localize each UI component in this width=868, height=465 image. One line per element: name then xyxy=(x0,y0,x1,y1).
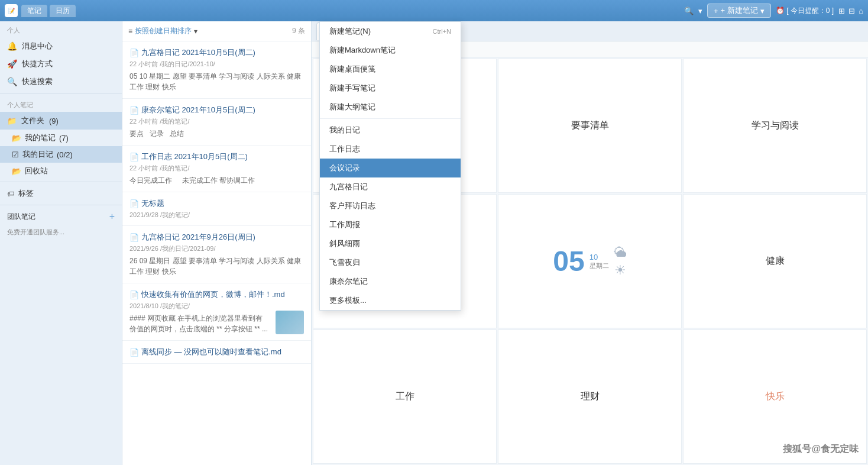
app-logo: 📝 xyxy=(5,4,18,17)
sidebar-service-text[interactable]: 免费开通团队服务... xyxy=(0,225,122,239)
note-preview-6: #### 网页收藏 在手机上的浏览器里看到有价值的网页时，点击底端的 ** 分享… xyxy=(129,313,268,334)
folder-count: (9) xyxy=(49,117,59,125)
new-note-plus-icon: + xyxy=(714,7,718,15)
work-log-label: 工作日志 xyxy=(329,144,360,154)
sort-arrow-icon[interactable]: ▾ xyxy=(194,27,197,35)
menu-item-new-note[interactable]: 新建笔记(N) Ctrl+N xyxy=(320,22,461,41)
sort-icon: ≡ xyxy=(128,27,132,35)
note-title-text-2: 康奈尔笔记 2021年10月5日(周二) xyxy=(141,105,255,115)
menu-item-work-weekly[interactable]: 工作周报 xyxy=(320,215,461,234)
team-notes-label: 团队笔记 xyxy=(7,212,35,222)
search-icon[interactable]: 🔍 xyxy=(684,7,694,15)
sort-button[interactable]: 按照创建日期排序 xyxy=(135,26,192,36)
search-sidebar-icon: 🔍 xyxy=(7,77,17,86)
menu-item-more-templates[interactable]: 更多模板... xyxy=(320,291,461,310)
grid-cell-finance[interactable]: 理财 xyxy=(498,330,682,464)
menu-item-nine-grid[interactable]: 九宫格日记 xyxy=(320,177,461,196)
menu-item-new-markdown[interactable]: 新建Markdown笔记 xyxy=(320,41,461,60)
sidebar-divider3 xyxy=(0,205,122,205)
grid-cell-date[interactable]: 05 10 星期二 🌥 ☀ xyxy=(498,194,682,328)
grid-cell-health[interactable]: 健康 xyxy=(683,194,867,328)
tag-icon: 🏷 xyxy=(7,189,15,198)
menu-item-new-desktop[interactable]: 新建桌面便笺 xyxy=(320,60,461,79)
sidebar-item-search[interactable]: 🔍 快速搜索 xyxy=(0,73,122,91)
sidebar-search-label: 快速搜索 xyxy=(22,76,53,87)
fly-snow-label: 飞雪夜归 xyxy=(329,257,360,268)
grid-icon[interactable]: ⊟ xyxy=(848,7,855,15)
sidebar-personal-notes-label: 个人笔记 xyxy=(0,96,122,112)
note-item-5[interactable]: 📄 九宫格日记 2021年9月26日(周日) 2021/9/26 /我的日记/2… xyxy=(122,226,311,283)
note-doc-icon-7: 📄 xyxy=(129,348,139,357)
menu-item-new-outline[interactable]: 新建大纲笔记 xyxy=(320,98,461,117)
grid-cell-finance-label: 理财 xyxy=(581,390,600,403)
menu-item-fly-snow[interactable]: 飞雪夜归 xyxy=(320,253,461,272)
checkbox-diary-icon: ☑ xyxy=(12,150,19,159)
menu-item-work-log[interactable]: 工作日志 xyxy=(320,140,461,159)
note-item-3[interactable]: 📄 工作日志 2021年10月5日(周二) 22 小时前 /我的笔记/ 今日完成… xyxy=(122,146,311,192)
new-note-arrow-icon[interactable]: ▾ xyxy=(760,7,765,15)
new-handwrite-label: 新建手写笔记 xyxy=(329,83,375,93)
note-title-text-7: 离线同步 — 没网也可以随时查看笔记.md xyxy=(141,347,281,357)
note-item-2[interactable]: 📄 康奈尔笔记 2021年10月5日(周二) 22 小时前 /我的笔记/ 要点 … xyxy=(122,99,311,146)
sidebar-my-notes[interactable]: 📂 我的笔记 (7) xyxy=(0,130,122,146)
grid-cell-todo[interactable]: 要事清单 xyxy=(498,59,682,193)
note-count: 9 条 xyxy=(292,26,305,36)
note-item-7[interactable]: 📄 离线同步 — 没网也可以随时查看笔记.md xyxy=(122,341,311,364)
layout-icon[interactable]: ⊞ xyxy=(838,7,845,15)
note-title-6: 📄 快速收集有价值的网页，微博，邮件！.md xyxy=(129,289,304,300)
sidebar-divider2 xyxy=(0,182,122,182)
new-note-button[interactable]: + + 新建笔记 ▾ xyxy=(707,4,771,18)
more-templates-label: 更多模板... xyxy=(329,295,367,306)
team-add-button[interactable]: + xyxy=(109,211,115,222)
note-item-4[interactable]: 📄 无标题 2021/9/28 /我的笔记/ xyxy=(122,192,311,226)
reminder-label[interactable]: ⏰ [ 今日提醒：0 ] xyxy=(776,6,834,16)
trash-icon: 📂 xyxy=(12,167,21,176)
sidebar-tag-section[interactable]: 🏷 标签 xyxy=(0,185,122,202)
sidebar-messages-label: 消息中心 xyxy=(22,41,53,51)
note-doc-icon-6: 📄 xyxy=(129,290,139,299)
sidebar-item-folders[interactable]: 📁 文件夹 (9) xyxy=(0,112,122,130)
my-diary-count: (0/2) xyxy=(57,150,73,159)
note-item-1[interactable]: 📄 九宫格日记 2021年10月5日(周二) 22 小时前 /我的日记/2021… xyxy=(122,41,311,99)
sidebar-my-diary[interactable]: ☑ 我的日记 (0/2) xyxy=(0,146,122,163)
grid-cell-work[interactable]: 工作 xyxy=(313,330,497,464)
sidebar-item-shortcuts[interactable]: 🚀 快捷方式 xyxy=(0,55,122,73)
sidebar-trash[interactable]: 📂 回收站 xyxy=(0,163,122,179)
menu-item-cornell[interactable]: 康奈尔笔记 xyxy=(320,272,461,291)
note-meta-6: 2021/8/10 /我的笔记/ xyxy=(129,302,304,311)
note-item-6[interactable]: 📄 快速收集有价值的网页，微博，邮件！.md 2021/8/10 /我的笔记/ … xyxy=(122,283,311,341)
rocket-icon: 🚀 xyxy=(7,59,17,69)
note-doc-icon-3: 📄 xyxy=(129,153,139,162)
home-icon[interactable]: ⌂ xyxy=(859,7,863,15)
topbar-actions: 🔍 ▾ + + 新建笔记 ▾ ⏰ [ 今日提醒：0 ] ⊞ ⊟ ⌂ xyxy=(684,4,863,18)
note-thumbnail-6 xyxy=(276,311,304,334)
tab-app1[interactable]: 笔记 xyxy=(21,5,47,17)
my-diary-menu-label: 我的日记 xyxy=(329,125,360,135)
client-visit-label: 客户拜访日志 xyxy=(329,201,375,211)
search-dropdown-icon[interactable]: ▾ xyxy=(698,7,702,15)
topbar-icon-group: ⊞ ⊟ ⌂ xyxy=(838,7,863,15)
sidebar-team-section: 团队笔记 + xyxy=(0,208,122,225)
menu-item-oblique-wind[interactable]: 斜风细雨 xyxy=(320,234,461,253)
note-preview-3: 今日完成工作 未完成工作 帮协调工作 xyxy=(129,175,304,186)
folder-my-notes-icon: 📂 xyxy=(12,134,21,143)
nine-grid-label: 九宫格日记 xyxy=(329,182,368,192)
note-title-5: 📄 九宫格日记 2021年9月26日(周日) xyxy=(129,232,304,243)
menu-item-meeting[interactable]: 会议记录 xyxy=(320,159,461,177)
menu-item-new-handwrite[interactable]: 新建手写笔记 xyxy=(320,79,461,98)
grid-cell-reading-label: 学习与阅读 xyxy=(752,120,799,132)
note-list: ≡ 按照创建日期排序 ▾ 9 条 📄 九宫格日记 2021年10月5日(周二) … xyxy=(122,21,312,465)
menu-item-client-visit[interactable]: 客户拜访日志 xyxy=(320,196,461,215)
note-title-text-1: 九宫格日记 2021年10月5日(周二) xyxy=(141,47,255,58)
new-note-shortcut: Ctrl+N xyxy=(433,28,451,35)
menu-item-my-diary[interactable]: 我的日记 xyxy=(320,121,461,140)
tab-app2[interactable]: 日历 xyxy=(50,5,76,17)
trash-label: 回收站 xyxy=(25,166,48,176)
sidebar-item-messages[interactable]: 🔔 消息中心 xyxy=(0,37,122,55)
note-doc-icon-5: 📄 xyxy=(129,233,139,242)
grid-cell-reading[interactable]: 学习与阅读 xyxy=(683,59,867,193)
new-note-menu-label: 新建笔记(N) xyxy=(329,26,371,37)
note-title-1: 📄 九宫格日记 2021年10月5日(周二) xyxy=(129,47,304,58)
date-month: 10 xyxy=(590,253,609,261)
cloud-icon: 🌥 xyxy=(614,245,627,260)
